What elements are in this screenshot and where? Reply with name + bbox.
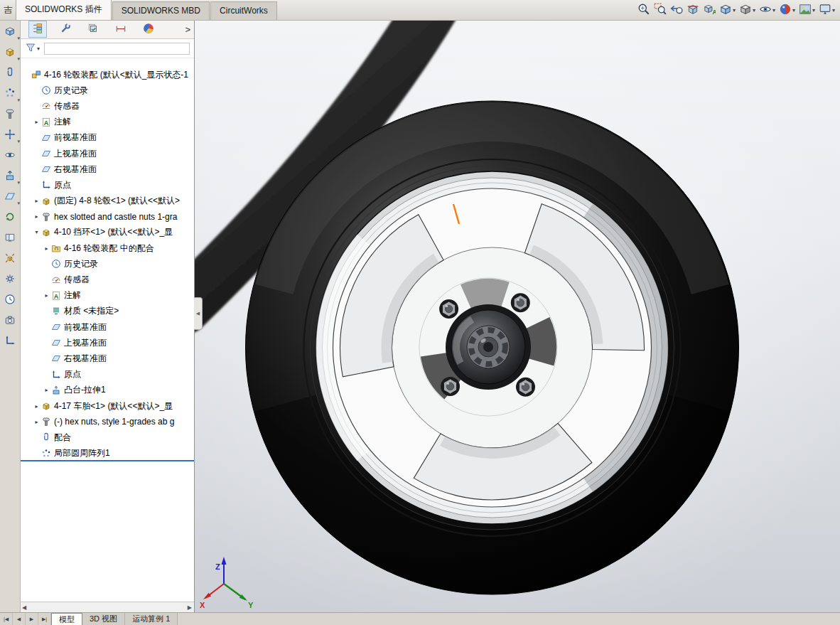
instant3d-button[interactable] (2, 273, 18, 287)
flyout-caret-icon[interactable]: ▾ (17, 36, 20, 41)
flyout-caret-icon[interactable]: ▾ (17, 97, 20, 103)
filter-caret-icon[interactable]: ▾ (37, 46, 40, 52)
flyout-caret-icon[interactable]: ▾ (17, 56, 20, 62)
doc-tab-2[interactable]: 3D 视图 (82, 613, 125, 625)
display-style-button[interactable]: ▾ (738, 2, 756, 18)
menu-char[interactable]: 吉 (0, 0, 16, 20)
insert-component-button[interactable]: ▾ (2, 46, 18, 60)
tree-expand-arrow-icon[interactable]: ▸ (43, 387, 50, 393)
dropdown-caret-icon[interactable]: ▾ (753, 7, 755, 14)
tree-item-15[interactable]: ▸A注解 (20, 288, 194, 304)
tree-item-5[interactable]: 前视基准面 (20, 130, 194, 146)
tree-expand-arrow-icon[interactable]: ▸ (33, 198, 41, 204)
dropdown-caret-icon[interactable]: ▾ (792, 7, 795, 14)
configurationmanager-tab[interactable] (84, 21, 102, 38)
tree-item-21[interactable]: ▸凸台-拉伸1 (20, 383, 194, 398)
tree-item-25[interactable]: 局部圆周阵列1 (20, 446, 194, 461)
reference-geometry-button[interactable]: ▾ (2, 191, 18, 204)
apply-scene-button[interactable]: ▾ (798, 2, 816, 18)
scroll-right-icon[interactable]: ▶ (188, 604, 192, 611)
bill-of-materials-button[interactable] (2, 232, 18, 245)
tree-item-24[interactable]: 配合 (20, 429, 194, 445)
section-view-button[interactable] (686, 2, 700, 18)
tree-item-22[interactable]: ▸4-17 车胎<1> (默认<<默认>_显 (20, 398, 194, 414)
panel-horizontal-scrollbar[interactable]: ◀ ▶ (20, 602, 194, 613)
dynamic-annotation-view-button[interactable]: A (702, 2, 716, 18)
first-tab-icon[interactable]: |◀ (0, 613, 13, 625)
tree-expand-arrow-icon[interactable]: ▾ (33, 229, 41, 235)
tree-item-14[interactable]: 传感器 (20, 272, 194, 287)
zoom-area-button[interactable] (653, 2, 667, 18)
scroll-left-icon[interactable]: ◀ (22, 604, 26, 611)
dropdown-caret-icon[interactable]: ▾ (832, 7, 835, 14)
doc-tab-1[interactable]: 模型 (51, 613, 82, 625)
tree-expand-arrow-icon[interactable]: ▸ (33, 419, 41, 425)
tree-item-7[interactable]: 右视基准面 (20, 161, 194, 177)
flyout-caret-icon[interactable]: ▾ (17, 139, 20, 144)
tree-item-19[interactable]: 右视基准面 (20, 351, 194, 366)
doc-tab-3[interactable]: 运动算例 1 (125, 613, 178, 625)
exploded-view-button[interactable] (2, 252, 18, 266)
tree-item-3[interactable]: 传感器 (20, 98, 194, 114)
tree-item-17[interactable]: 前视基准面 (20, 319, 194, 335)
tree-item-label: 传感器 (54, 100, 80, 112)
assembly-features-button[interactable]: ▾ (2, 170, 18, 183)
ribbon-tab-2[interactable]: SOLIDWORKS MBD (112, 1, 210, 20)
filter-funnel-icon[interactable] (26, 43, 36, 55)
tree-item-16[interactable]: 材质 <未指定> (20, 304, 194, 319)
smart-fastener-button[interactable] (2, 108, 18, 122)
tree-item-13[interactable]: 历史记录 (20, 256, 194, 272)
tree-item-4[interactable]: ▸A注解 (20, 114, 194, 130)
move-component-button[interactable]: ▾ (2, 129, 18, 142)
tree-item-9[interactable]: ▸(固定) 4-8 轮毂<1> (默认<<默认> (20, 193, 194, 209)
dropdown-caret-icon[interactable]: ▾ (733, 7, 736, 14)
edit-component-button[interactable]: ▾ (2, 26, 18, 39)
last-tab-icon[interactable]: ▶| (38, 613, 51, 625)
tree-expand-arrow-icon[interactable]: ▸ (43, 245, 50, 252)
edit-appearance-button[interactable]: ▾ (778, 2, 796, 18)
displaymanager-tab[interactable] (139, 21, 158, 38)
tree-item-1[interactable]: 4-16 轮毂装配 (默认<默认_显示状态-1 (20, 67, 194, 82)
tree-item-2[interactable]: 历史记录 (20, 82, 194, 98)
tree-item-10[interactable]: ▸hex slotted and castle nuts 1-gra (20, 209, 194, 225)
tree-item-23[interactable]: ▸(-) hex nuts, style 1-grades ab g (20, 414, 194, 429)
show-hidden-components-button[interactable] (2, 149, 18, 163)
tree-expand-arrow-icon[interactable]: ▸ (33, 403, 41, 410)
tree-item-8[interactable]: 原点 (20, 177, 194, 193)
tree-expand-arrow-icon[interactable]: ▸ (33, 213, 41, 220)
new-motion-study-button[interactable] (2, 211, 18, 225)
view-settings-button[interactable]: ▾ (818, 2, 836, 18)
ribbon-tab-3[interactable]: CircuitWorks (210, 1, 277, 20)
component-pattern-button[interactable]: ▾ (2, 87, 18, 101)
flyout-caret-icon[interactable]: ▾ (17, 201, 20, 206)
tree-expand-arrow-icon[interactable]: ▸ (33, 119, 41, 125)
next-tab-icon[interactable]: ▶ (26, 613, 38, 625)
dimxpertmanager-tab[interactable] (112, 21, 130, 38)
take-snapshot-button[interactable] (2, 314, 18, 328)
zoom-area-icon (654, 3, 667, 18)
dropdown-caret-icon[interactable]: ▾ (812, 7, 815, 14)
update-button[interactable] (2, 294, 18, 307)
view-orientation-button[interactable]: ▾ (718, 2, 736, 18)
tree-item-20[interactable]: 原点 (20, 367, 194, 383)
pattern-icon (41, 449, 52, 459)
tree-filter-input[interactable] (44, 43, 190, 55)
dropdown-caret-icon[interactable]: ▾ (772, 7, 775, 14)
zoom-fit-button[interactable] (637, 2, 651, 18)
mate-button[interactable] (2, 67, 18, 80)
large-assembly-mode-button[interactable] (2, 335, 18, 348)
panel-tabs-overflow-button[interactable]: > (185, 24, 190, 35)
panel-collapse-handle[interactable]: ◀ (194, 297, 203, 330)
tree-expand-arrow-icon[interactable]: ▸ (43, 292, 50, 299)
prev-tab-icon[interactable]: ◀ (13, 613, 26, 625)
tree-item-11[interactable]: ▾4-10 挡环<1> (默认<<默认>_显 (20, 225, 194, 240)
tree-item-6[interactable]: 上视基准面 (20, 146, 194, 161)
ribbon-tab-1[interactable]: SOLIDWORKS 插件 (16, 0, 112, 20)
flyout-caret-icon[interactable]: ▾ (17, 180, 20, 186)
hide-show-items-button[interactable]: ▾ (758, 2, 776, 18)
propertymanager-tab[interactable] (56, 21, 75, 38)
tree-item-12[interactable]: ▸4-16 轮毂装配 中的配合 (20, 240, 194, 256)
previous-view-button[interactable] (669, 2, 684, 18)
tree-item-18[interactable]: 上视基准面 (20, 335, 194, 351)
featuremanager-tab[interactable] (28, 21, 47, 38)
